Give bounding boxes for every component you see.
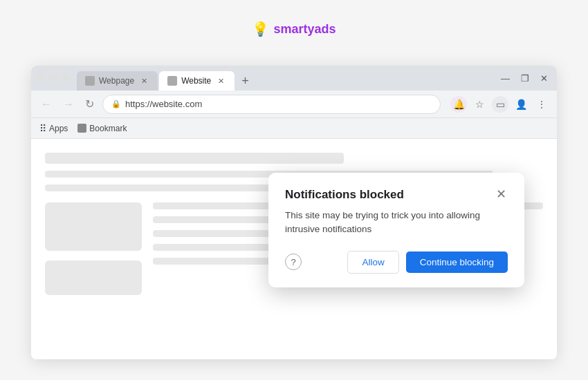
url-text: https://website.com — [125, 99, 432, 109]
popup-actions: ? Allow Continue blocking — [285, 251, 508, 274]
close-window-button[interactable] — [62, 74, 70, 82]
browser-window: Webpage ✕ Website ✕ + — ❐ ✕ ← → ↻ 🔒 http… — [31, 66, 557, 359]
cast-icon[interactable]: ▭ — [492, 96, 508, 113]
tab-bar: Webpage ✕ Website ✕ + — [77, 66, 495, 91]
popup-header: Notifications blocked ✕ — [285, 188, 508, 202]
apps-bookmark[interactable]: ⠿ Apps — [39, 123, 68, 134]
placeholder-heading — [45, 153, 344, 164]
tab-webpage[interactable]: Webpage ✕ — [77, 71, 158, 91]
allow-button[interactable]: Allow — [347, 251, 398, 274]
toolbar-icons: 🔔 ☆ ▭ 👤 ⋮ — [450, 96, 550, 113]
tab-webpage-label: Webpage — [99, 76, 134, 86]
maximize-button[interactable] — [49, 74, 57, 82]
lock-icon: 🔒 — [111, 99, 121, 108]
browser-toolbar: ← → ↻ 🔒 https://website.com 🔔 ☆ ▭ 👤 ⋮ — [31, 91, 557, 118]
popup-close-button[interactable]: ✕ — [495, 188, 508, 200]
minimize-button[interactable] — [37, 74, 45, 82]
new-tab-button[interactable]: + — [236, 71, 255, 91]
tab-close-website[interactable]: ✕ — [215, 75, 226, 86]
tab-favicon-active — [167, 76, 177, 86]
apps-grid-icon: ⠿ — [39, 123, 46, 134]
window-right-controls: — ❐ ✕ — [497, 72, 551, 85]
browser-titlebar: Webpage ✕ Website ✕ + — ❐ ✕ — [31, 66, 557, 91]
popup-title: Notifications blocked — [285, 188, 404, 202]
reload-button[interactable]: ↻ — [82, 96, 97, 112]
profile-icon[interactable]: 👤 — [513, 96, 529, 113]
tab-website[interactable]: Website ✕ — [159, 71, 235, 91]
bookmarks-bar: ⠿ Apps Bookmark — [31, 118, 557, 139]
continue-blocking-button[interactable]: Continue blocking — [406, 251, 508, 273]
notification-popup: Notifications blocked ✕ This site may be… — [268, 173, 524, 287]
menu-icon[interactable]: ⋮ — [533, 96, 550, 113]
forward-button[interactable]: → — [60, 97, 77, 112]
placeholder-image — [45, 202, 142, 251]
tab-website-label: Website — [181, 76, 211, 86]
window-controls — [37, 74, 70, 82]
address-bar[interactable]: 🔒 https://website.com — [102, 95, 441, 114]
window-maximize-btn[interactable]: ❐ — [517, 72, 533, 85]
help-button[interactable]: ? — [285, 254, 302, 270]
window-close-btn[interactable]: ✕ — [537, 72, 551, 85]
bookmark-label: Bookmark — [89, 124, 127, 133]
logo: 💡 smartyads — [252, 21, 336, 37]
back-button[interactable]: ← — [38, 97, 55, 112]
logo-text: smartyads — [273, 22, 336, 37]
bookmark-item[interactable]: Bookmark — [77, 124, 127, 133]
notifications-blocked-icon[interactable]: 🔔 — [450, 96, 467, 113]
bookmark-star-icon[interactable]: ☆ — [471, 96, 488, 113]
logo-icon: 💡 — [252, 21, 269, 37]
placeholder-image-2 — [45, 260, 142, 295]
window-minimize-btn[interactable]: — — [497, 72, 513, 85]
popup-body: This site may be trying to trick you int… — [285, 209, 508, 237]
tab-close-webpage[interactable]: ✕ — [138, 75, 149, 86]
content-left — [45, 202, 142, 305]
tab-favicon — [85, 76, 95, 86]
bookmark-favicon — [77, 124, 86, 133]
apps-label: Apps — [49, 124, 68, 133]
